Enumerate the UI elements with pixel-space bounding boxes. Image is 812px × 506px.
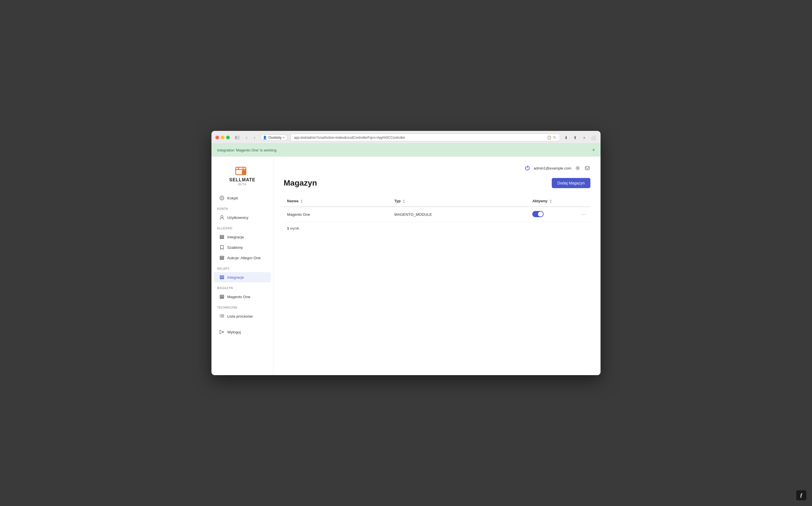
sidebar-item-lista-procesow[interactable]: Lista procesów <box>214 311 271 321</box>
sidebar-label-lista-procesow: Lista procesów <box>227 314 252 319</box>
svg-rect-36 <box>585 166 589 170</box>
sidebar-label-magento-one: Magento One <box>227 295 250 299</box>
browser-navigation: ‹ › <box>243 134 258 141</box>
mail-icon[interactable] <box>584 165 590 171</box>
sidebar: SELLMATE BETA Kokpit KO <box>211 157 274 375</box>
symfony-toolbar[interactable]: ƒ <box>796 490 806 500</box>
sidebar-toggle-button[interactable] <box>234 135 240 141</box>
url-text: app.test/admin?crudAction=index&crudCont… <box>294 136 405 140</box>
download-icon[interactable]: ⬇ <box>563 134 570 141</box>
sidebar-item-kokpit[interactable]: Kokpit <box>214 193 271 203</box>
list-icon-aukcje <box>219 255 224 260</box>
sidebar-item-uzytkownicy[interactable]: Użytkownicy <box>214 213 271 223</box>
section-label-sklepy: SKLEPY <box>211 263 273 272</box>
cell-typ: MAGENTO_MODULE <box>391 207 529 222</box>
section-label-magazyn: MAGAZYN <box>211 282 273 291</box>
sidebar-item-magento-one[interactable]: Magento One <box>214 291 271 302</box>
profile-label: Osobisty <box>269 136 282 140</box>
svg-rect-22 <box>220 275 224 276</box>
reload-icon[interactable]: ↻ <box>553 136 556 140</box>
col-label-typ: Typ <box>394 199 401 203</box>
sidebar-item-szablony[interactable]: Szablony <box>214 242 271 252</box>
notification-message: Integration 'Magento One' is working. <box>217 148 278 152</box>
table-row: Magento One MAGENTO_MODULE ··· <box>284 207 590 222</box>
svg-rect-25 <box>220 295 224 296</box>
svg-point-35 <box>577 168 579 169</box>
section-label-konta: KONTA <box>211 203 273 212</box>
svg-rect-26 <box>220 297 224 297</box>
toggle-knob <box>538 212 543 217</box>
sort-icon-aktywny[interactable]: ▲▼ <box>549 199 552 204</box>
svg-rect-21 <box>220 259 224 259</box>
share-icon[interactable]: ⬆ <box>572 134 579 141</box>
svg-rect-27 <box>220 298 224 299</box>
results-number: 1 <box>287 226 289 231</box>
results-label: wynik <box>290 226 299 231</box>
logo-beta: BETA <box>217 183 268 186</box>
svg-rect-19 <box>220 256 224 257</box>
compass-icon <box>219 195 224 200</box>
browser-chrome: ‹ › 👤 Osobisty ▾ app.test/admin?crudActi… <box>211 131 601 144</box>
page-header: Magazyn Dodaj Magazyn <box>284 178 590 188</box>
cell-aktywny <box>529 207 566 222</box>
logout-icon <box>219 329 224 335</box>
traffic-lights <box>215 136 230 139</box>
new-tab-icon[interactable]: + <box>581 134 588 141</box>
svg-rect-24 <box>220 278 224 279</box>
col-header-actions <box>566 196 590 207</box>
sidebar-item-integracje-allegro[interactable]: Integracje <box>214 232 271 242</box>
svg-rect-18 <box>220 238 224 239</box>
top-bar: admin1@example.com <box>284 165 590 171</box>
sidebar-label-integracje-allegro: Integracje <box>227 235 244 239</box>
list-icon-magazyn <box>219 294 224 299</box>
bookmark-icon <box>219 245 224 250</box>
add-magazyn-button[interactable]: Dodaj Magazyn <box>552 178 590 188</box>
main-content: admin1@example.com Magazyn Dod <box>274 157 601 375</box>
sidebar-item-aukcje[interactable]: Aukcje: Allegro One <box>214 253 271 263</box>
sidebar-label-uzytkownicy: Użytkownicy <box>227 216 248 220</box>
sort-icon-typ[interactable]: ▲▼ <box>403 199 405 204</box>
logo-icon <box>217 165 268 176</box>
app-layout: SELLMATE BETA Kokpit KO <box>211 157 601 375</box>
notification-close-button[interactable]: × <box>592 148 595 152</box>
svg-point-15 <box>221 216 223 218</box>
page-title: Magazyn <box>284 178 317 187</box>
sidebar-label-integracje-sklepy: Integracje <box>227 275 244 279</box>
svg-rect-16 <box>220 235 224 236</box>
reader-icon[interactable]: 📋 <box>547 136 551 140</box>
sidebar-label-wyloguj: Wyloguj <box>227 330 241 334</box>
cell-nazwa: Magento One <box>284 207 391 222</box>
section-label-allegro: ALLEGRO <box>211 223 273 232</box>
sidebar-label-kokpit: Kokpit <box>227 196 238 200</box>
sort-icon-nazwa[interactable]: ▲▼ <box>301 199 303 204</box>
profile-icon: 👤 <box>263 136 267 140</box>
power-icon[interactable] <box>524 165 530 171</box>
col-header-aktywny[interactable]: Aktywny ▲▼ <box>529 196 566 207</box>
results-count: 1 wynik <box>284 226 590 231</box>
settings-icon[interactable] <box>575 165 581 171</box>
close-button[interactable] <box>215 136 219 139</box>
admin-email: admin1@example.com <box>534 166 571 170</box>
minimize-button[interactable] <box>221 136 224 139</box>
symfony-logo-icon: ƒ <box>800 493 803 498</box>
fullscreen-button[interactable] <box>226 136 230 139</box>
svg-rect-2 <box>237 137 240 138</box>
tabs-overview-icon[interactable]: ⬜ <box>590 134 597 141</box>
sidebar-item-wyloguj[interactable]: Wyloguj <box>214 327 271 337</box>
process-list-icon <box>219 314 224 319</box>
back-button[interactable]: ‹ <box>243 134 250 141</box>
notification-banner: Integration 'Magento One' is working. × <box>211 144 601 157</box>
row-actions-button[interactable]: ··· <box>581 212 587 217</box>
col-header-nazwa[interactable]: Nazwa ▲▼ <box>284 196 391 207</box>
sidebar-item-integracje-sklepy[interactable]: Integracje <box>214 272 271 282</box>
cell-actions: ··· <box>566 207 590 222</box>
svg-rect-1 <box>237 136 240 137</box>
profile-selector[interactable]: 👤 Osobisty ▾ <box>261 135 288 141</box>
sidebar-logo: SELLMATE BETA <box>211 162 273 193</box>
col-header-typ[interactable]: Typ ▲▼ <box>391 196 529 207</box>
toggle-aktywny[interactable] <box>532 211 543 217</box>
address-bar[interactable]: app.test/admin?crudAction=index&crudCont… <box>290 134 560 141</box>
forward-button[interactable]: › <box>251 134 258 141</box>
sidebar-label-szablony: Szablony <box>227 245 243 250</box>
svg-rect-17 <box>220 237 224 238</box>
